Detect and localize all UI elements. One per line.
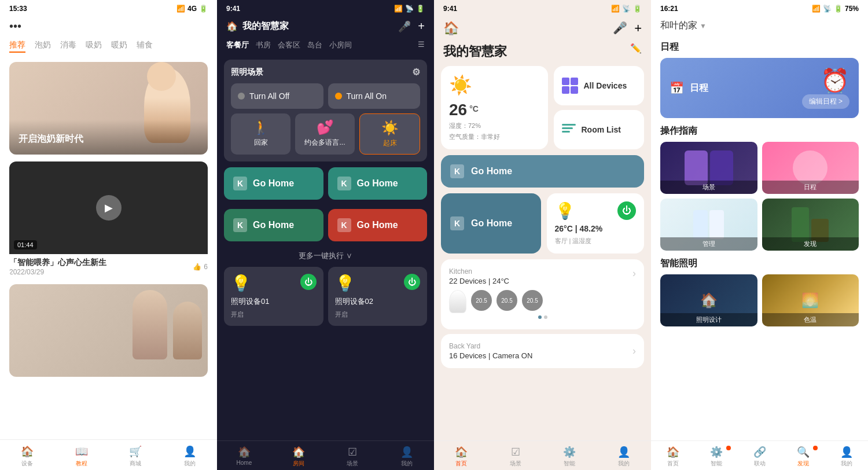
p4-nav-discover[interactable]: 🔍 发现 (781, 446, 825, 468)
scene-tile-date[interactable]: 💕 约会多语言... (295, 113, 355, 155)
card-video[interactable]: ▶ 01:44 「智能喂养」心声心生新生 2022/03/29 👍 6 (9, 161, 208, 277)
go-home-btn-4[interactable]: K Go Home (328, 209, 428, 241)
go-home-label-3: Go Home (253, 220, 294, 230)
p4-nav-home[interactable]: 🏠 首页 (651, 446, 694, 468)
go-home-label-2: Go Home (357, 178, 398, 189)
card-formula[interactable]: 开启泡奶新时代 (9, 62, 208, 155)
bulb-power-btn[interactable]: ⏻ (617, 201, 636, 220)
p3-nav-home[interactable]: 🏠 首页 (434, 446, 488, 468)
go-home-label-p3-2: Go Home (471, 218, 512, 229)
go-home-label-1: Go Home (253, 178, 294, 189)
room-tab-guest[interactable]: 会客区 (278, 40, 300, 50)
mic-icon-p2[interactable]: 🎤 (398, 20, 411, 33)
chevron-right-backyard: › (632, 345, 636, 357)
p2-nav-room[interactable]: 🏠 房间 (271, 446, 326, 468)
battery-p2: 🔋 (416, 5, 425, 13)
schedule-banner[interactable]: 📅 日程 ⏰ 编辑日程 > (660, 58, 859, 118)
p4-nav-mine[interactable]: 👤 我的 (825, 446, 868, 468)
p3-nav-smart[interactable]: ⚙️ 智能 (543, 446, 597, 468)
status-bar-p1: 15:33 📶 4G 🔋 (0, 0, 217, 15)
p3-nav-scene[interactable]: ☑ 场景 (488, 446, 543, 468)
all-devices-card[interactable]: All Devices (554, 66, 645, 105)
guide-schedule-card[interactable]: 日程 (762, 142, 859, 194)
tab-food[interactable]: 辅食 (137, 40, 153, 53)
scene-tile-home-label: 回家 (254, 138, 268, 148)
tab-warm[interactable]: 暖奶 (111, 40, 127, 53)
p1-nav-devices-label: 设备 (21, 460, 33, 468)
edit-schedule-btn[interactable]: 编辑日程 > (802, 94, 849, 109)
room-tab-study[interactable]: 书房 (256, 40, 271, 50)
backyard-card[interactable]: Back Yard 16 Devices | Camera ON › (441, 334, 644, 368)
guide-discover-card[interactable]: 发现 (762, 199, 859, 251)
card-people[interactable] (9, 284, 208, 377)
tab-pump[interactable]: 吸奶 (86, 40, 102, 53)
edit-icon-p3[interactable]: ✏️ (630, 43, 642, 54)
p1-nav-tutorial[interactable]: 📖 教程 (54, 445, 109, 468)
wake-scene-icon: ☀️ (381, 120, 399, 136)
p4-nav-link[interactable]: 🔗 联动 (738, 446, 781, 468)
go-home-row1: K Go Home K Go Home (224, 167, 427, 204)
go-home-card-2[interactable]: K Go Home (441, 193, 541, 254)
schedule-section-title: 日程 (660, 41, 859, 53)
scene-tile-wake[interactable]: ☀️ 起床 (359, 113, 420, 155)
room-tab-island[interactable]: 岛台 (307, 40, 322, 50)
p1-nav-mine[interactable]: 👤 我的 (163, 445, 217, 468)
scene-tile-home[interactable]: 🚶 回家 (231, 113, 290, 155)
p1-nav-shop[interactable]: 🛒 商城 (109, 445, 163, 468)
p2-header: 🏠 我的智慧家 🎤 + (217, 15, 434, 38)
kitchen-name: Kitchen (449, 267, 509, 276)
kitchen-bulb-2: 20.5 (471, 290, 492, 313)
tab-formula[interactable]: 泡奶 (35, 40, 51, 53)
power-btn-1[interactable]: ⏻ (300, 274, 317, 290)
turn-all-on-label: Turn All On (347, 91, 387, 101)
p2-nav-home[interactable]: 🏠 Home (217, 446, 271, 468)
device-row: 💡 ⏻ 照明设备01 开启 💡 ⏻ 照明设备02 开启 (224, 267, 427, 326)
color-temp-label: 色温 (762, 313, 859, 326)
go-home-btn-1[interactable]: K Go Home (224, 167, 323, 200)
p1-more-icon[interactable]: ••• (9, 20, 21, 33)
go-home-btn-3[interactable]: K Go Home (224, 209, 323, 241)
p2-nav-mine[interactable]: 👤 我的 (380, 446, 434, 468)
device-card-2[interactable]: 💡 ⏻ 照明设备02 开启 (328, 267, 428, 326)
room-tab-small[interactable]: 小房间 (329, 40, 352, 50)
p2-title: 我的智慧家 (242, 20, 289, 32)
guide-scene-card[interactable]: 场景 (660, 142, 757, 194)
more-actions-btn[interactable]: 更多一键执行 ∨ (224, 251, 427, 261)
backyard-info: 16 Devices | Camera ON (449, 351, 532, 360)
p1-nav-devices[interactable]: 🏠 设备 (0, 445, 54, 468)
tab-recommend[interactable]: 推荐 (9, 40, 25, 53)
battery-p3: 🔋 (633, 5, 642, 13)
kitchen-card[interactable]: Kitchen 22 Devices | 24°C › 20.5 20.5 (441, 259, 644, 329)
home-scene-icon: 🚶 (252, 119, 270, 135)
p2-nav-scene[interactable]: ☑ 场景 (326, 446, 380, 468)
time-p2: 9:41 (226, 5, 240, 13)
color-temp-card[interactable]: 🌅 色温 (762, 274, 859, 326)
light-design-label: 照明设计 (660, 313, 757, 326)
p1-scroll: 开启泡奶新时代 ▶ 01:44 「智能喂养」心声心生新生 2022/03/29 … (0, 57, 217, 439)
room-list-card[interactable]: Room List (554, 110, 645, 149)
go-home-card-1[interactable]: K Go Home (441, 155, 644, 188)
p4-bottom-nav: 🏠 首页 ⚙️ 智能 🔗 联动 🔍 发现 👤 我的 (651, 440, 868, 470)
scene-filter-icon[interactable]: ⚙ (412, 67, 420, 78)
guide-section-title: 操作指南 (660, 125, 859, 137)
play-button[interactable]: ▶ (96, 195, 122, 221)
go-home-btn-2[interactable]: K Go Home (328, 167, 428, 200)
mic-icon-p3[interactable]: 🎤 (613, 21, 627, 36)
guide-manage-card[interactable]: 管理 (660, 199, 757, 251)
p4-nav-smart-label: 智能 (711, 460, 722, 468)
p4-nav-smart[interactable]: ⚙️ 智能 (694, 446, 738, 468)
device-card-1[interactable]: 💡 ⏻ 照明设备01 开启 (224, 267, 323, 326)
power-btn-2[interactable]: ⏻ (404, 274, 420, 290)
light-design-card[interactable]: 🏠 照明设计 (660, 274, 757, 326)
tab-sterilize[interactable]: 消毒 (60, 40, 76, 53)
status-bar-p3: 9:41 📶 📡 🔋 (434, 0, 651, 15)
room-tab-menu[interactable]: ☰ (418, 40, 425, 50)
turn-all-on-btn[interactable]: Turn All On (328, 83, 421, 109)
add-icon-p2[interactable]: + (418, 20, 425, 33)
p3-nav-mine[interactable]: 👤 我的 (597, 446, 651, 468)
p2-bottom-nav: 🏠 Home 🏠 房间 ☑ 场景 👤 我的 (217, 440, 434, 470)
home-name[interactable]: 和叶的家 ▼ (660, 20, 707, 32)
room-tab-living[interactable]: 客餐厅 (226, 40, 249, 50)
turn-all-off-btn[interactable]: Turn All Off (231, 83, 323, 109)
add-icon-p3[interactable]: + (634, 21, 642, 36)
